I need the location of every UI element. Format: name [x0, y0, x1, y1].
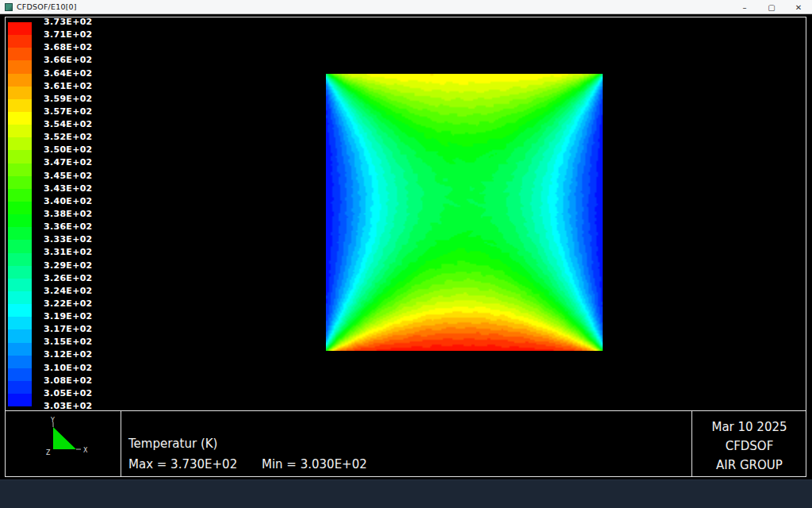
colorbar-tick-label: 3.52E+02: [44, 132, 93, 143]
colorbar-band: [8, 137, 32, 150]
colorbar-tick-label: 3.12E+02: [44, 349, 93, 360]
colorbar-tick-label: 3.08E+02: [44, 375, 93, 387]
app-window-icon: [5, 3, 13, 11]
colorbar-band: [8, 189, 32, 202]
colorbar-band: [8, 317, 32, 329]
maximize-button[interactable]: ▢: [758, 0, 785, 14]
colorbar-tick-label: 3.59E+02: [44, 94, 93, 105]
colorbar-tick-label: 3.29E+02: [44, 260, 93, 271]
colorbar-band: [8, 279, 32, 291]
panel-divider-left: [121, 410, 121, 477]
window-titlebar: CFDSOF/E10[0] – ▢ ✕: [0, 0, 812, 14]
max-min-values: Max = 3.730E+02 Min = 3.030E+02: [128, 457, 367, 471]
colorbar-tick-label: 3.26E+02: [44, 273, 93, 284]
colorbar-band: [8, 60, 32, 73]
colorbar-labels: 3.73E+023.71E+023.68E+023.66E+023.64E+02…: [40, 22, 103, 406]
colorbar-band: [8, 304, 32, 317]
colorbar-band: [8, 356, 32, 368]
triad-triangle: [53, 427, 76, 449]
colorbar-band: [8, 176, 32, 189]
colorbar-tick-label: 3.10E+02: [44, 363, 93, 374]
colorbar-band: [8, 48, 32, 60]
colorbar-band: [8, 99, 32, 112]
colorbar-band: [8, 164, 32, 176]
colorbar-band: [8, 343, 32, 356]
colorbar-band: [8, 214, 32, 227]
min-value: Min = 3.030E+02: [262, 457, 367, 471]
colorbar-band: [8, 227, 32, 240]
colorbar-tick-label: 3.31E+02: [44, 247, 93, 258]
colorbar-tick-label: 3.45E+02: [44, 171, 93, 182]
stamp-panel: Mar 10 2025 CFDSOF AIR GROUP: [692, 418, 806, 475]
colorbar-tick-label: 3.43E+02: [44, 183, 93, 194]
colorbar-tick-label: 3.47E+02: [44, 157, 93, 168]
colorbar-tick-label: 3.57E+02: [44, 106, 93, 117]
colorbar-tick-label: 3.19E+02: [44, 311, 93, 322]
colorbar-tick-label: 3.22E+02: [44, 298, 93, 310]
colorbar-tick-label: 3.15E+02: [44, 337, 93, 348]
colorbar-band: [8, 329, 32, 342]
stamp-date: Mar 10 2025: [692, 418, 806, 437]
window-title: CFDSOF/E10[0]: [17, 2, 77, 11]
colorbar-tick-label: 3.66E+02: [44, 55, 93, 66]
colorbar-band: [8, 291, 32, 304]
stamp-app: CFDSOF: [692, 437, 806, 456]
temperature-contour-plot[interactable]: [326, 74, 603, 351]
axis-label-y: Y: [50, 417, 55, 424]
max-value: Max = 3.730E+02: [128, 457, 237, 471]
colorbar-tick-label: 3.61E+02: [44, 81, 93, 92]
colorbar: [8, 22, 32, 406]
colorbar-tick-label: 3.68E+02: [44, 42, 93, 53]
colorbar-band: [8, 22, 32, 35]
colorbar-band: [8, 394, 32, 406]
axis-triad: Y X Z: [40, 416, 95, 462]
axis-label-z: Z: [46, 449, 51, 456]
colorbar-tick-label: 3.17E+02: [44, 324, 93, 335]
colorbar-band: [8, 35, 32, 48]
close-button[interactable]: ✕: [785, 0, 812, 14]
colorbar-band: [8, 266, 32, 279]
colorbar-tick-label: 3.33E+02: [44, 234, 93, 245]
colorbar-band: [8, 368, 32, 381]
colorbar-tick-label: 3.36E+02: [44, 221, 93, 233]
colorbar-band: [8, 240, 32, 252]
minimize-button[interactable]: –: [731, 0, 758, 14]
colorbar-tick-label: 3.40E+02: [44, 196, 93, 207]
colorbar-tick-label: 3.73E+02: [44, 17, 93, 28]
colorbar-band: [8, 112, 32, 125]
colorbar-band: [8, 74, 32, 87]
colorbar-tick-label: 3.24E+02: [44, 286, 93, 297]
colorbar-tick-label: 3.38E+02: [44, 209, 93, 220]
colorbar-band: [8, 125, 32, 137]
colorbar-tick-label: 3.03E+02: [44, 401, 93, 412]
axis-label-x: X: [83, 447, 88, 454]
taskbar: 2 79°F Partly sunny Search: [0, 479, 812, 508]
colorbar-tick-label: 3.71E+02: [44, 29, 93, 40]
colorbar-band: [8, 87, 32, 99]
cfdsof-window: CFDSOF/E10[0] – ▢ ✕ 3.73E+023.71E+023.68…: [0, 0, 812, 508]
colorbar-tick-label: 3.05E+02: [44, 388, 93, 399]
colorbar-tick-label: 3.50E+02: [44, 144, 93, 156]
quantity-label: Temperatur (K): [128, 437, 217, 451]
colorbar-tick-label: 3.64E+02: [44, 68, 93, 79]
colorbar-tick-label: 3.54E+02: [44, 119, 93, 130]
panel-divider-horizontal: [5, 410, 806, 411]
colorbar-band: [8, 202, 32, 214]
colorbar-band: [8, 150, 32, 163]
stamp-group: AIR GROUP: [692, 456, 806, 475]
colorbar-band: [8, 253, 32, 266]
colorbar-band: [8, 381, 32, 394]
